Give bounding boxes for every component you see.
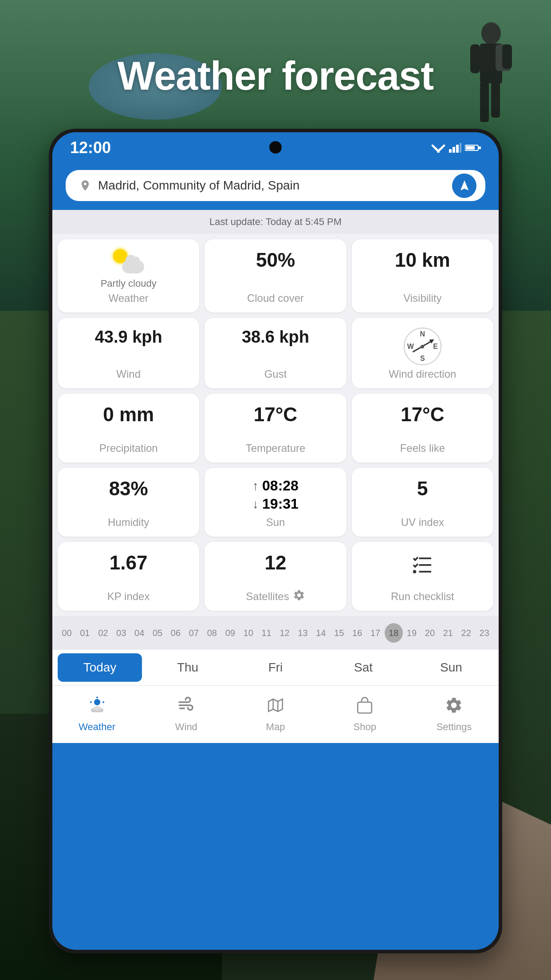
temperature-value: 17°C [254, 403, 297, 426]
tab-thu[interactable]: Thu [146, 653, 230, 682]
temperature-card[interactable]: 17°C Temperature [205, 394, 346, 462]
kp-index-card[interactable]: 1.67 KP index [58, 542, 199, 611]
kp-index-value: 1.67 [110, 552, 148, 574]
satellites-card[interactable]: 12 Satellites [205, 542, 346, 611]
wind-label: Wind [116, 368, 141, 380]
wind-direction-label: Wind direction [389, 368, 456, 380]
bottom-nav: Weather Wind [52, 685, 499, 743]
humidity-card[interactable]: 83% Humidity [58, 468, 199, 537]
tab-fri[interactable]: Fri [233, 653, 318, 682]
settings-nav-icon [445, 696, 463, 719]
hour-04[interactable]: 04 [130, 628, 149, 638]
hour-10[interactable]: 10 [239, 628, 257, 638]
sun-times: ↑ 08:28 ↓ 19:31 [252, 478, 299, 512]
wind-nav-label: Wind [175, 721, 197, 733]
hour-21[interactable]: 21 [439, 628, 457, 638]
feels-like-card[interactable]: 17°C Feels like [352, 394, 493, 462]
hour-timeline[interactable]: 00 01 02 03 04 05 06 07 08 09 10 11 12 1… [52, 616, 499, 650]
hour-00[interactable]: 00 [58, 628, 76, 638]
status-time: 12:00 [70, 138, 111, 157]
sunset-time: 19:31 [262, 496, 299, 512]
hour-23[interactable]: 23 [475, 628, 493, 638]
nav-weather[interactable]: Weather [52, 692, 142, 737]
run-checklist-label: Run checklist [391, 590, 454, 603]
page-title: Weather forecast [0, 53, 551, 99]
tab-sun[interactable]: Sun [409, 653, 493, 682]
status-icons [431, 143, 481, 153]
satellites-label: Satellites [246, 590, 289, 603]
wind-value: 43.9 kph [95, 328, 162, 347]
camera-notch [269, 141, 282, 154]
wind-card[interactable]: 43.9 kph Wind [58, 318, 199, 388]
hour-06[interactable]: 06 [167, 628, 185, 638]
settings-gear-icon[interactable] [293, 589, 305, 601]
nav-settings[interactable]: Settings [409, 692, 499, 737]
location-pin-icon [79, 179, 91, 192]
gust-card[interactable]: 38.6 kph Gust [205, 318, 346, 388]
hour-22[interactable]: 22 [457, 628, 475, 638]
cloud-cover-card[interactable]: 50% Cloud cover [205, 239, 346, 312]
run-checklist-card[interactable]: Run checklist [352, 542, 493, 611]
last-update-text: Last update: Today at 5:45 PM [52, 210, 499, 234]
hour-03[interactable]: 03 [112, 628, 130, 638]
svg-rect-13 [460, 143, 461, 153]
cloud-cover-label: Cloud cover [247, 292, 304, 304]
feels-like-value: 17°C [401, 403, 444, 426]
precipitation-label: Precipitation [99, 442, 158, 454]
hour-12[interactable]: 12 [276, 628, 294, 638]
sunrise-time: 08:28 [262, 478, 299, 494]
main-content: Last update: Today at 5:45 PM Partly clo… [52, 210, 499, 743]
visibility-label: Visibility [403, 292, 441, 304]
uv-index-label: UV index [401, 516, 444, 529]
hour-13[interactable]: 13 [294, 628, 312, 638]
humidity-label: Humidity [108, 516, 149, 529]
wind-nav-icon [177, 696, 196, 719]
nav-map[interactable]: Map [231, 692, 320, 737]
hour-16[interactable]: 16 [348, 628, 366, 638]
nav-wind[interactable]: Wind [142, 692, 231, 737]
partly-cloudy-icon: Partly cloudy [101, 249, 157, 289]
svg-rect-15 [466, 146, 475, 150]
checklist-icon [409, 552, 436, 584]
precipitation-card[interactable]: 0 mm Precipitation [58, 394, 199, 462]
hour-02[interactable]: 02 [94, 628, 112, 638]
tab-today[interactable]: Today [58, 653, 142, 682]
svg-point-20 [413, 570, 417, 573]
nav-shop[interactable]: Shop [320, 692, 409, 737]
gps-button[interactable] [452, 174, 476, 198]
hour-20[interactable]: 20 [421, 628, 439, 638]
weather-card[interactable]: Partly cloudy Weather [58, 239, 199, 312]
hour-17[interactable]: 17 [366, 628, 385, 638]
hour-18-active[interactable]: 18 [385, 623, 403, 643]
hour-19[interactable]: 19 [403, 628, 421, 638]
weather-nav-label: Weather [79, 721, 115, 733]
sunrise-arrow-icon: ↑ [252, 479, 259, 493]
weather-cards-grid: Partly cloudy Weather 50% Cloud cover 10… [52, 234, 499, 616]
hour-09[interactable]: 09 [221, 628, 239, 638]
search-bar-container: Madrid, Community of Madrid, Spain [52, 163, 499, 210]
hour-05[interactable]: 05 [149, 628, 167, 638]
uv-index-card[interactable]: 5 UV index [352, 468, 493, 537]
humidity-value: 83% [109, 478, 148, 500]
hour-15[interactable]: 15 [330, 628, 348, 638]
hour-01[interactable]: 01 [76, 628, 94, 638]
temperature-label: Temperature [246, 442, 306, 454]
phone-frame: 12:00 Madrid, Community of Madrid, Spain… [49, 129, 502, 953]
sun-label: Sun [266, 516, 285, 529]
hour-11[interactable]: 11 [257, 628, 276, 638]
hour-07[interactable]: 07 [185, 628, 203, 638]
battery-icon [465, 144, 481, 152]
hour-08[interactable]: 08 [203, 628, 221, 638]
signal-icon [449, 143, 461, 153]
wind-direction-card[interactable]: N S E W Wind direction [352, 318, 493, 388]
svg-rect-11 [453, 147, 455, 153]
kp-index-label: KP index [107, 590, 150, 603]
sun-card[interactable]: ↑ 08:28 ↓ 19:31 Sun [205, 468, 346, 537]
location-text: Madrid, Community of Madrid, Spain [98, 178, 445, 193]
visibility-card[interactable]: 10 km Visibility [352, 239, 493, 312]
tab-sat[interactable]: Sat [321, 653, 405, 682]
hour-14[interactable]: 14 [312, 628, 330, 638]
shop-nav-icon [355, 696, 374, 719]
search-bar[interactable]: Madrid, Community of Madrid, Spain [66, 170, 485, 201]
svg-rect-10 [449, 149, 452, 153]
